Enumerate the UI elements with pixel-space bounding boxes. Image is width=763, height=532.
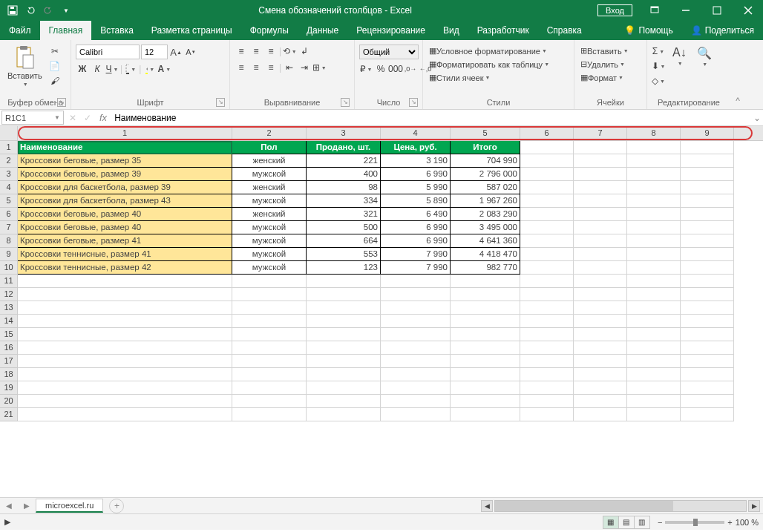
clipboard-launcher[interactable]: ↘ bbox=[57, 98, 66, 107]
cell[interactable]: Кроссовки беговые, размер 40 bbox=[18, 208, 232, 221]
signin-button[interactable]: Вход bbox=[597, 4, 632, 16]
cell[interactable] bbox=[451, 301, 520, 315]
cell[interactable] bbox=[18, 288, 232, 301]
cell[interactable] bbox=[681, 288, 734, 301]
cell[interactable]: 7 990 bbox=[381, 248, 451, 261]
delete-cells-button[interactable]: ⊟ Удалить▼ bbox=[579, 58, 626, 70]
cell[interactable]: мужской bbox=[232, 168, 307, 181]
page-layout-view-icon[interactable]: ▤ bbox=[618, 516, 635, 529]
page-break-view-icon[interactable]: ▥ bbox=[634, 516, 650, 529]
cell[interactable] bbox=[520, 234, 574, 248]
cell[interactable]: 98 bbox=[307, 181, 381, 194]
cell[interactable] bbox=[574, 368, 627, 381]
row-header[interactable]: 18 bbox=[0, 368, 18, 381]
cell[interactable]: 321 bbox=[307, 208, 381, 221]
cell[interactable] bbox=[627, 315, 681, 328]
cell[interactable] bbox=[627, 381, 681, 395]
cell[interactable]: 221 bbox=[307, 154, 381, 168]
cell[interactable]: 4 418 470 bbox=[451, 248, 520, 261]
cell[interactable] bbox=[627, 301, 681, 315]
cell[interactable]: мужской bbox=[232, 248, 307, 261]
column-header[interactable]: 3 bbox=[307, 126, 381, 140]
cell[interactable] bbox=[627, 248, 681, 261]
cell[interactable]: 334 bbox=[307, 194, 381, 208]
cell[interactable] bbox=[681, 208, 734, 221]
cell[interactable] bbox=[451, 288, 520, 301]
ribbon-options-icon[interactable] bbox=[640, 0, 669, 21]
cell[interactable] bbox=[381, 395, 451, 408]
cell[interactable]: Итого bbox=[451, 141, 520, 154]
cell[interactable] bbox=[381, 408, 451, 421]
align-middle-icon[interactable]: ≡ bbox=[249, 45, 263, 58]
cell[interactable]: 400 bbox=[307, 168, 381, 181]
cell[interactable]: 982 770 bbox=[451, 261, 520, 275]
cell[interactable] bbox=[681, 355, 734, 368]
row-header[interactable]: 17 bbox=[0, 355, 18, 368]
cell[interactable] bbox=[627, 328, 681, 341]
cell[interactable] bbox=[451, 395, 520, 408]
cell[interactable] bbox=[574, 261, 627, 275]
cell[interactable] bbox=[381, 301, 451, 315]
cell[interactable] bbox=[520, 181, 574, 194]
fill-icon[interactable]: ⬇▼ bbox=[652, 59, 665, 73]
cell[interactable] bbox=[520, 194, 574, 208]
row-header[interactable]: 20 bbox=[0, 395, 18, 408]
cell[interactable]: 2 796 000 bbox=[451, 168, 520, 181]
row-header[interactable]: 21 bbox=[0, 408, 18, 421]
cell[interactable]: Кроссовки для баскетбола, размер 39 bbox=[18, 181, 232, 194]
cell[interactable] bbox=[451, 381, 520, 395]
cell-styles-button[interactable]: ▦ Стили ячеек▼ bbox=[428, 71, 491, 84]
cell[interactable] bbox=[627, 341, 681, 355]
cell[interactable]: 3 190 bbox=[381, 154, 451, 168]
cell[interactable]: 4 641 360 bbox=[451, 234, 520, 248]
cell[interactable] bbox=[232, 275, 307, 288]
cell[interactable] bbox=[381, 315, 451, 328]
tab-file[interactable]: Файл bbox=[0, 21, 40, 40]
cell[interactable]: 7 990 bbox=[381, 261, 451, 275]
cell[interactable] bbox=[574, 328, 627, 341]
cell[interactable] bbox=[232, 315, 307, 328]
cell[interactable] bbox=[574, 355, 627, 368]
number-format-select[interactable]: Общий bbox=[359, 45, 419, 59]
cell[interactable] bbox=[681, 154, 734, 168]
cell[interactable]: Пол bbox=[232, 141, 307, 154]
borders-button[interactable]: ▼ bbox=[124, 62, 137, 76]
row-header[interactable]: 12 bbox=[0, 288, 18, 301]
row-header[interactable]: 15 bbox=[0, 328, 18, 341]
copy-icon[interactable]: 📄 bbox=[48, 59, 62, 73]
percent-icon[interactable]: % bbox=[374, 62, 387, 76]
tab-review[interactable]: Рецензирование bbox=[347, 21, 434, 40]
tab-data[interactable]: Данные bbox=[298, 21, 347, 40]
cell[interactable]: женский bbox=[232, 154, 307, 168]
cell[interactable]: Цена, руб. bbox=[381, 141, 451, 154]
cell[interactable]: Кроссовки беговые, размер 40 bbox=[18, 221, 232, 234]
cell[interactable] bbox=[232, 355, 307, 368]
align-right-icon[interactable]: ≡ bbox=[264, 61, 278, 74]
zoom-level[interactable]: 100 % bbox=[736, 518, 759, 527]
cell[interactable]: мужской bbox=[232, 194, 307, 208]
cell[interactable] bbox=[520, 381, 574, 395]
share-button[interactable]: 👤Поделиться bbox=[682, 21, 763, 40]
bold-button[interactable]: Ж bbox=[76, 62, 89, 76]
cell[interactable] bbox=[627, 408, 681, 421]
cell[interactable] bbox=[451, 275, 520, 288]
cell[interactable] bbox=[627, 181, 681, 194]
cell[interactable] bbox=[18, 301, 232, 315]
merge-button[interactable]: ⊞▼ bbox=[312, 61, 326, 74]
cell[interactable] bbox=[681, 315, 734, 328]
cell[interactable] bbox=[574, 288, 627, 301]
cell[interactable]: Кроссовки беговые, размер 41 bbox=[18, 234, 232, 248]
tab-formulas[interactable]: Формулы bbox=[241, 21, 298, 40]
cell[interactable]: 587 020 bbox=[451, 181, 520, 194]
align-top-icon[interactable]: ≡ bbox=[235, 45, 248, 58]
cell[interactable] bbox=[307, 328, 381, 341]
tab-help[interactable]: Справка bbox=[538, 21, 591, 40]
cell[interactable] bbox=[520, 275, 574, 288]
cell[interactable]: Продано, шт. bbox=[307, 141, 381, 154]
cell[interactable]: 6 990 bbox=[381, 168, 451, 181]
hscroll-thumb[interactable] bbox=[495, 501, 673, 511]
row-header[interactable]: 8 bbox=[0, 234, 18, 248]
cell[interactable] bbox=[520, 341, 574, 355]
cell[interactable] bbox=[381, 355, 451, 368]
cell[interactable] bbox=[627, 275, 681, 288]
